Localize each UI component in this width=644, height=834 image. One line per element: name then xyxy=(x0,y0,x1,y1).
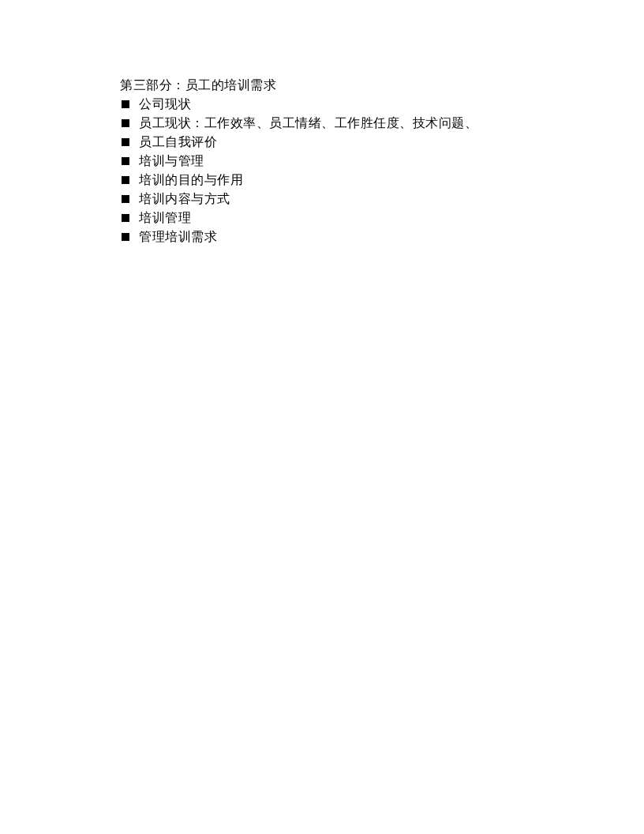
square-bullet-icon xyxy=(122,195,129,203)
list-item: 公司现状 xyxy=(120,95,644,114)
square-bullet-icon xyxy=(122,157,129,165)
square-bullet-icon xyxy=(122,233,129,241)
list-item-text: 公司现状 xyxy=(139,95,191,114)
list-item-text: 员工现状：工作效率、员工情绪、工作胜任度、技术问题、 xyxy=(139,114,477,133)
list-item-text: 培训内容与方式 xyxy=(139,190,230,208)
list-item: 培训与管理 xyxy=(120,152,644,171)
list-item-text: 培训与管理 xyxy=(139,152,204,171)
section-heading: 第三部分：员工的培训需求 xyxy=(120,76,644,95)
square-bullet-icon xyxy=(122,100,129,108)
square-bullet-icon xyxy=(122,214,129,222)
list-item: 员工现状：工作效率、员工情绪、工作胜任度、技术问题、 xyxy=(120,114,644,133)
list-item: 培训的目的与作用 xyxy=(120,171,644,190)
list-item-text: 培训的目的与作用 xyxy=(139,171,243,190)
list-item-text: 管理培训需求 xyxy=(139,227,217,246)
list-item: 管理培训需求 xyxy=(120,227,644,246)
bullet-list: 公司现状 员工现状：工作效率、员工情绪、工作胜任度、技术问题、 员工自我评价 培… xyxy=(120,95,644,246)
list-item-text: 培训管理 xyxy=(139,208,191,227)
list-item-text: 员工自我评价 xyxy=(139,133,217,152)
list-item: 员工自我评价 xyxy=(120,133,644,152)
square-bullet-icon xyxy=(122,119,129,127)
square-bullet-icon xyxy=(122,138,129,146)
square-bullet-icon xyxy=(122,176,129,184)
list-item: 培训管理 xyxy=(120,208,644,227)
list-item: 培训内容与方式 xyxy=(120,190,644,208)
